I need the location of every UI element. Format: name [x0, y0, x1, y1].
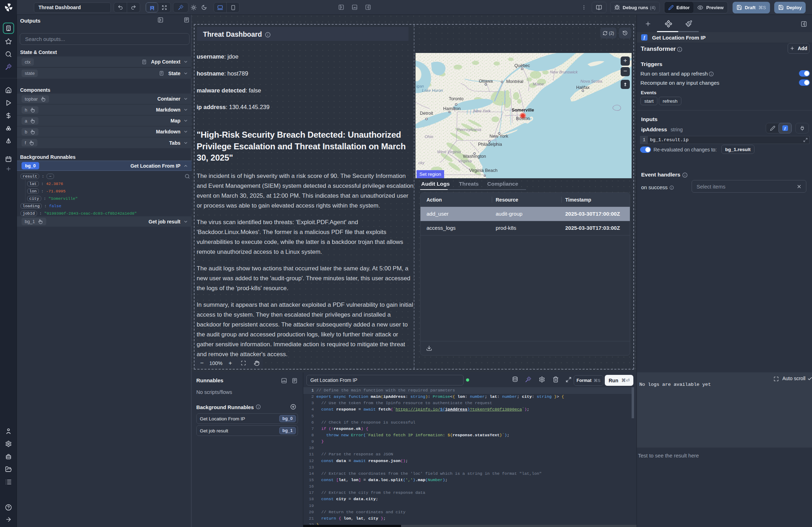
svg-text:Hamilton: Hamilton	[443, 106, 460, 111]
svg-text:Somerville: Somerville	[512, 108, 534, 113]
svg-text:Nova Scotia: Nova Scotia	[580, 79, 602, 83]
svg-text:Montréal: Montréal	[506, 79, 524, 84]
svg-text:Pennsylvania: Pennsylvania	[457, 127, 481, 132]
svg-text:Philadelphia: Philadelphia	[478, 142, 502, 147]
svg-text:Ottawa: Ottawa	[479, 79, 493, 84]
svg-text:Halifax: Halifax	[576, 85, 590, 90]
svg-text:Detroit: Detroit	[420, 111, 433, 116]
svg-text:Maine: Maine	[533, 82, 544, 86]
svg-text:Toronto: Toronto	[449, 96, 464, 101]
svg-text:New York: New York	[473, 109, 491, 113]
svg-text:Virginia: Virginia	[458, 159, 472, 163]
svg-text:New York: New York	[490, 134, 509, 139]
svg-text:Ohio: Ohio	[425, 134, 434, 139]
svg-text:Québec: Québec	[514, 63, 530, 68]
svg-text:Washington: Washington	[463, 154, 486, 159]
svg-text:cky: cky	[418, 161, 425, 165]
svg-text:West Virginia: West Virginia	[437, 150, 461, 154]
svg-text:Virginia Beach: Virginia Beach	[469, 168, 497, 173]
svg-text:New Brunswick: New Brunswick	[550, 70, 578, 74]
svg-text:igan: igan	[416, 84, 424, 88]
svg-text:Boston: Boston	[516, 116, 530, 121]
svg-text:Lake Huron: Lake Huron	[422, 88, 443, 92]
